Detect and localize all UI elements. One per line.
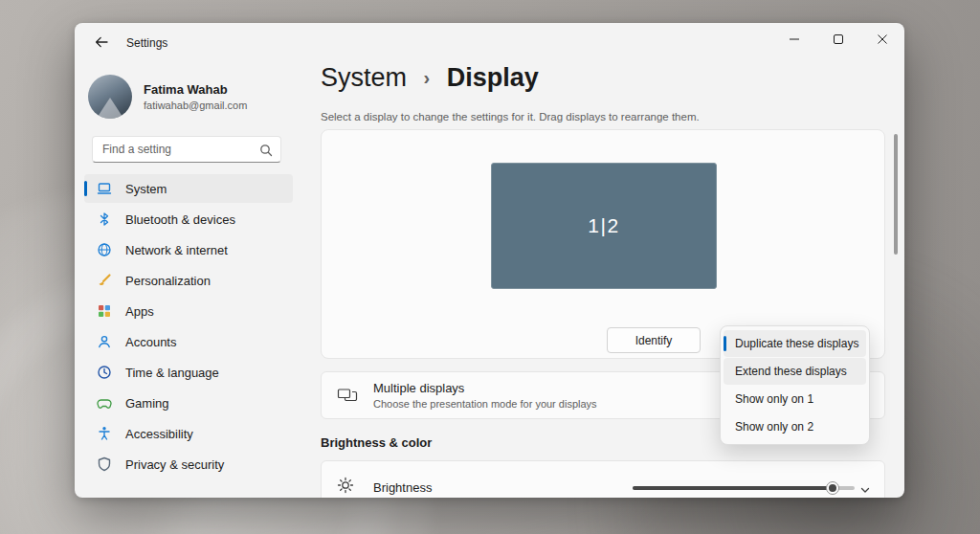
personalization-icon	[97, 273, 112, 288]
brightness-slider[interactable]	[633, 486, 855, 490]
sidebar-item-privacy-security[interactable]: Privacy & security	[84, 450, 293, 478]
avatar	[88, 75, 132, 119]
back-arrow-icon	[95, 35, 108, 52]
window-controls	[772, 23, 904, 56]
sidebar: Fatima Wahab fatiwahab@gmail.com System	[75, 61, 314, 498]
sidebar-item-personalization[interactable]: Personalization	[84, 266, 293, 295]
dropdown-option-show-only-on-1[interactable]: Show only on 1	[724, 386, 866, 412]
sidebar-item-label: Network & internet	[125, 243, 228, 257]
selected-indicator	[724, 336, 726, 351]
brightness-slider-thumb-dot	[829, 484, 836, 492]
brightness-row: Brightness	[321, 460, 885, 498]
breadcrumb-separator-icon: ›	[424, 67, 431, 88]
sidebar-item-label: Privacy & security	[125, 457, 224, 472]
display-mode-dropdown: Duplicate these displays Extend these di…	[720, 325, 870, 445]
network-icon	[97, 242, 112, 257]
sidebar-item-bluetooth-devices[interactable]: Bluetooth & devices	[84, 205, 293, 234]
minimize-icon	[790, 33, 799, 47]
chevron-down-icon[interactable]	[859, 482, 871, 498]
window-title: Settings	[126, 36, 167, 50]
search-input[interactable]	[93, 137, 254, 162]
sidebar-item-label: Personalization	[125, 274, 211, 288]
sidebar-item-accessibility[interactable]: Accessibility	[84, 419, 293, 448]
dropdown-option-extend-these-displays[interactable]: Extend these displays	[724, 358, 866, 385]
sidebar-item-system[interactable]: System	[84, 174, 293, 203]
sidebar-item-label: Apps	[125, 304, 154, 319]
titlebar: Settings	[75, 23, 904, 61]
breadcrumb: System › Display	[321, 63, 539, 93]
apps-icon	[97, 303, 112, 319]
search-box	[92, 136, 281, 163]
brightness-slider-thumb[interactable]	[826, 481, 839, 495]
dropdown-option-label: Extend these displays	[735, 365, 847, 378]
dropdown-option-label: Duplicate these displays	[735, 337, 858, 350]
sidebar-item-label: Gaming	[125, 396, 169, 411]
close-button[interactable]	[860, 23, 904, 56]
dropdown-option-duplicate-these-displays[interactable]: Duplicate these displays	[724, 330, 866, 357]
maximize-icon	[834, 33, 843, 47]
vertical-scrollbar-thumb[interactable]	[894, 134, 898, 255]
profile-email: fatiwahab@gmail.com	[144, 100, 247, 111]
avatar-photo-shape	[94, 98, 126, 119]
gaming-icon	[97, 395, 112, 411]
settings-window: Settings Fatima Wahab fatiwahab@gmail.co…	[75, 23, 904, 498]
dropdown-option-show-only-on-2[interactable]: Show only on 2	[724, 413, 866, 440]
desktop-background: Settings Fatima Wahab fatiwahab@gmail.co…	[0, 0, 980, 534]
brightness-slider-fill	[633, 486, 833, 490]
sidebar-item-label: Time & language	[125, 366, 219, 380]
search-icon[interactable]	[259, 144, 273, 161]
back-button[interactable]	[86, 31, 117, 56]
section-header-brightness-color: Brightness & color	[321, 435, 432, 450]
minimize-button[interactable]	[772, 23, 816, 56]
close-icon	[878, 33, 887, 47]
dropdown-option-label: Show only on 2	[735, 420, 813, 434]
sidebar-item-label: Accessibility	[125, 427, 193, 441]
sidebar-item-time-language[interactable]: Time & language	[84, 358, 293, 387]
breadcrumb-parent[interactable]: System	[321, 63, 407, 92]
multiple-displays-title: Multiple displays	[373, 381, 597, 395]
sidebar-item-label: System	[125, 182, 167, 196]
privacy-security-icon	[97, 456, 112, 472]
sidebar-item-network-internet[interactable]: Network & internet	[84, 235, 293, 264]
accounts-icon	[97, 334, 112, 349]
sidebar-item-label: Accounts	[125, 335, 176, 349]
identify-button[interactable]: Identify	[607, 327, 701, 353]
time-language-icon	[97, 365, 112, 380]
sidebar-item-apps[interactable]: Apps	[84, 297, 293, 325]
sidebar-item-label: Bluetooth & devices	[125, 212, 235, 227]
bluetooth-icon	[97, 211, 112, 227]
brightness-label: Brightness	[373, 480, 432, 495]
page-title: Display	[447, 63, 539, 92]
display-arrangement-card: 1|2 Identify	[321, 129, 885, 359]
multiple-displays-icon	[337, 386, 358, 405]
multiple-displays-text: Multiple displays Choose the presentatio…	[373, 381, 597, 410]
maximize-button[interactable]	[816, 23, 860, 56]
display-preview-monitor[interactable]: 1|2	[491, 163, 717, 289]
system-icon	[97, 181, 112, 196]
sidebar-item-gaming[interactable]: Gaming	[84, 389, 293, 417]
accessibility-icon	[97, 426, 112, 441]
page-description: Select a display to change the settings …	[321, 111, 700, 122]
multiple-displays-subtitle: Choose the presentation mode for your di…	[373, 398, 597, 410]
sidebar-nav: System Bluetooth & devices Network & int…	[84, 174, 293, 478]
selected-indicator	[84, 181, 87, 196]
monitor-number-label: 1|2	[588, 214, 619, 237]
profile-name: Fatima Wahab	[144, 82, 228, 97]
brightness-sun-icon	[337, 477, 354, 498]
dropdown-option-label: Show only on 1	[735, 392, 813, 406]
sidebar-item-accounts[interactable]: Accounts	[84, 327, 293, 356]
